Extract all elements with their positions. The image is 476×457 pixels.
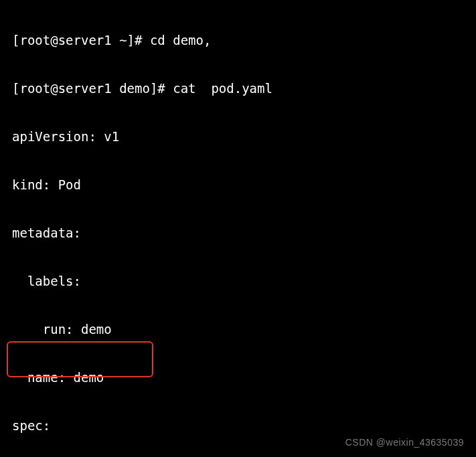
terminal-line: kind: Pod bbox=[0, 177, 476, 193]
terminal-line: [root@server1 demo]# cat pod.yaml bbox=[0, 80, 476, 96]
terminal-line: name: demo bbox=[0, 369, 476, 385]
terminal-line: metadata: bbox=[0, 225, 476, 241]
watermark: CSDN @weixin_43635039 bbox=[345, 434, 464, 450]
terminal-line: apiVersion: v1 bbox=[0, 128, 476, 145]
terminal-output: [root@server1 ~]# cd demo, [root@server1… bbox=[0, 0, 476, 457]
terminal-line: labels: bbox=[0, 273, 476, 289]
terminal-line: spec: bbox=[0, 418, 476, 434]
terminal-line: [root@server1 ~]# cd demo, bbox=[0, 32, 476, 48]
terminal-line: run: demo bbox=[0, 321, 476, 337]
